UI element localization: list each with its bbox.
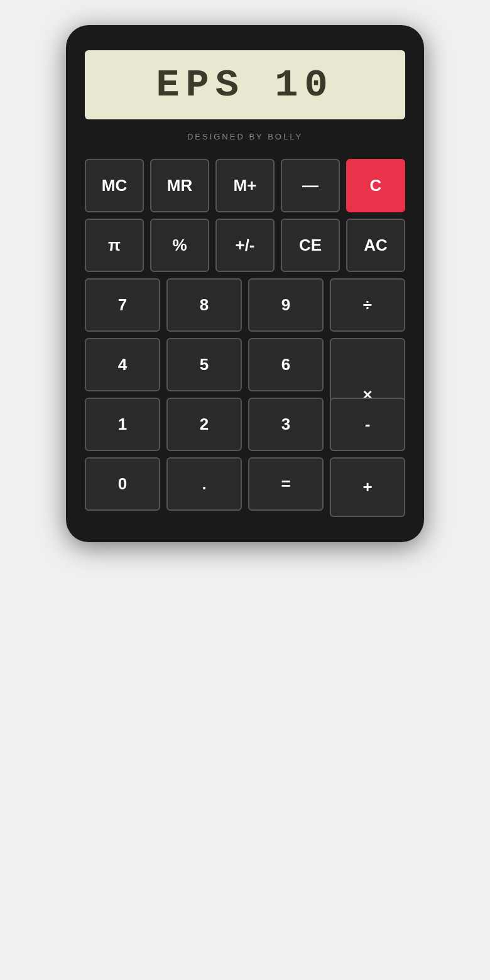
display-value: EPS 10 (156, 63, 334, 107)
btn-1[interactable]: 1 (85, 398, 160, 451)
row-memory: MC MR M+ — C (85, 159, 405, 212)
btn-5[interactable]: 5 (166, 338, 242, 391)
divide-button[interactable]: ÷ (330, 278, 405, 332)
minus-sign-button[interactable]: — (281, 159, 340, 212)
button-grid: MC MR M+ — C π % +/- CE AC 789÷456×1230.… (85, 159, 405, 517)
c-button[interactable]: C (346, 159, 405, 212)
add-button[interactable]: + (330, 457, 405, 517)
calculator-body: EPS 10 DESIGNED BY BOLLY MC MR M+ — C π … (66, 25, 424, 542)
number-section: 789÷456×1230.=+- (85, 278, 405, 517)
btn-3[interactable]: 3 (248, 398, 324, 451)
btn-7[interactable]: 7 (85, 278, 160, 332)
calculator-display: EPS 10 (85, 50, 405, 119)
plusminus-button[interactable]: +/- (215, 219, 275, 272)
btn-2[interactable]: 2 (166, 398, 242, 451)
mr-button[interactable]: MR (150, 159, 209, 212)
btn-4[interactable]: 4 (85, 338, 160, 391)
btn-0[interactable]: 0 (85, 457, 160, 511)
ce-button[interactable]: CE (281, 219, 340, 272)
btn-equals[interactable]: = (248, 457, 324, 511)
ac-button[interactable]: AC (346, 219, 405, 272)
subtract-button[interactable]: - (330, 398, 405, 451)
btn-8[interactable]: 8 (166, 278, 242, 332)
btn-dot[interactable]: . (166, 457, 242, 511)
pi-button[interactable]: π (85, 219, 144, 272)
mplus-button[interactable]: M+ (215, 159, 275, 212)
mc-button[interactable]: MC (85, 159, 144, 212)
btn-6[interactable]: 6 (248, 338, 324, 391)
brand-label: DESIGNED BY BOLLY (85, 132, 405, 141)
btn-9[interactable]: 9 (248, 278, 324, 332)
percent-button[interactable]: % (150, 219, 209, 272)
row-functions: π % +/- CE AC (85, 219, 405, 272)
